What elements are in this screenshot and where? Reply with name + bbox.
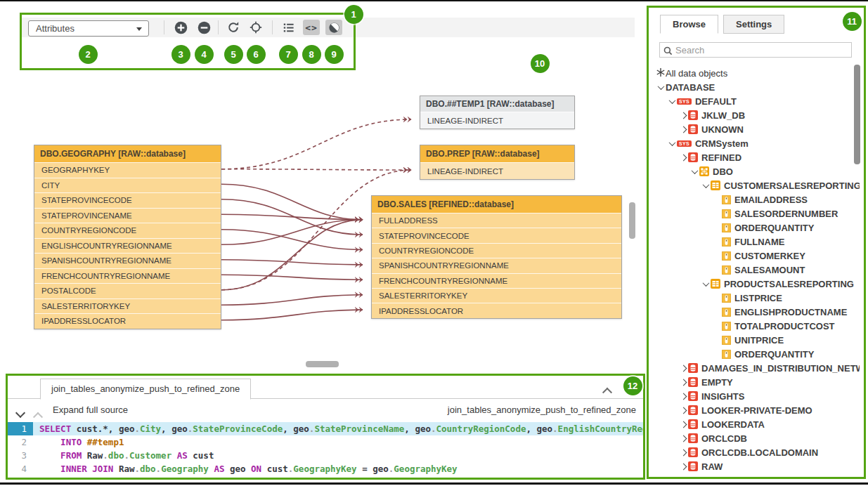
tree-item-unitprice[interactable]: UNITPRICE bbox=[649, 333, 860, 347]
tree-item-englishproductname[interactable]: ENGLISHPRODUCTNAME bbox=[649, 305, 860, 319]
tree-item-empty[interactable]: EMPTY bbox=[649, 375, 860, 389]
collapse-panel-icon[interactable] bbox=[604, 384, 611, 397]
tab-browse[interactable]: Browse bbox=[660, 15, 718, 34]
tree-item-damages-in-distribution-netw[interactable]: DAMAGES_IN_DISTRIBUTION_NETW bbox=[649, 361, 860, 375]
tree-item-orclcdb[interactable]: ORCLCDB bbox=[649, 431, 860, 445]
column-row[interactable]: SPANISHCOUNTRYREGIONNAME bbox=[372, 258, 621, 272]
chevron-right-icon[interactable] bbox=[680, 154, 687, 161]
column-row[interactable]: CITY bbox=[34, 178, 221, 193]
chevron-down-icon[interactable] bbox=[657, 83, 664, 90]
zoom-in-button[interactable] bbox=[172, 20, 189, 35]
column-row[interactable]: GEOGRAPHYKEY bbox=[34, 162, 221, 178]
chevron-up-icon[interactable] bbox=[34, 409, 41, 421]
tree-item-uknown[interactable]: UKNOWN bbox=[649, 122, 860, 136]
tree-item-crmsystem[interactable]: SYSCRMSystem bbox=[649, 136, 860, 150]
tree-item-customerkey[interactable]: CUSTOMERKEY bbox=[649, 249, 860, 263]
tree-item-emailaddress[interactable]: EMAILADDRESS bbox=[649, 192, 860, 206]
column-row[interactable]: STATEPROVINCECODE bbox=[372, 228, 621, 242]
column-row[interactable]: SPANISHCOUNTRYREGIONNAME bbox=[34, 253, 221, 268]
list-view-button[interactable] bbox=[280, 20, 297, 35]
column-row[interactable]: SALESTERRITORYKEY bbox=[372, 288, 621, 303]
node-title[interactable]: DBO.PREP [RAW::database] bbox=[420, 145, 574, 162]
tree-item-label: RAW bbox=[701, 461, 723, 472]
lineage-edge bbox=[221, 184, 363, 219]
chevron-right-icon[interactable] bbox=[657, 477, 664, 479]
tree-item-orderquantity[interactable]: ORDERQUANTITY bbox=[649, 347, 860, 361]
zoom-out-button[interactable] bbox=[195, 20, 212, 35]
column-row[interactable]: COUNTRYREGIONCODE bbox=[34, 223, 221, 238]
canvas-vertical-scrollbar[interactable] bbox=[629, 202, 635, 239]
chevron-right-icon[interactable] bbox=[680, 364, 687, 372]
tree-item-dbo[interactable]: DBO bbox=[649, 164, 860, 178]
tree-item-totalproductcost[interactable]: TOTALPRODUCTCOST bbox=[649, 319, 860, 333]
chevron-right-icon[interactable] bbox=[680, 112, 687, 119]
tree-item-infa[interactable]: INFA bbox=[649, 473, 860, 479]
chevron-down-icon[interactable] bbox=[668, 139, 675, 146]
sidebar-scrollbar[interactable] bbox=[854, 65, 860, 164]
graph-node-sales[interactable]: DBO.SALES [REFINED::database]FULLADDRESS… bbox=[371, 195, 622, 319]
graph-node-prep[interactable]: DBO.PREP [RAW::database]LINEAGE-INDIRECT bbox=[420, 145, 575, 180]
column-row[interactable]: COUNTRYREGIONCODE bbox=[372, 243, 621, 258]
chevron-right-icon[interactable] bbox=[680, 393, 687, 400]
column-row[interactable]: FRENCHCOUNTRYREGIONNAME bbox=[34, 268, 221, 284]
tab-settings[interactable]: Settings bbox=[723, 15, 784, 34]
column-row[interactable]: STATEPROVINCECODE bbox=[34, 192, 221, 208]
attributes-dropdown[interactable]: Attributes bbox=[28, 20, 149, 37]
code-line-1: 1SELECT cust.*, geo.City, geo.StateProvi… bbox=[8, 422, 643, 435]
column-row[interactable]: SALESTERRITORYKEY bbox=[34, 298, 221, 314]
column-row[interactable]: ENGLISHCOUNTRYREGIONNAME bbox=[34, 238, 221, 254]
tree-item-listprice[interactable]: LISTPRICE bbox=[649, 291, 860, 305]
graph-node-temp1[interactable]: DBO.##TEMP1 [RAW::database]LINEAGE-INDIR… bbox=[420, 96, 575, 129]
chevron-right-icon[interactable] bbox=[680, 407, 687, 414]
tree-item-orclcdb-localdomain[interactable]: ORCLCDB.LOCALDOMAIN bbox=[649, 445, 860, 459]
canvas-horizontal-scrollbar[interactable] bbox=[306, 361, 339, 367]
column-row[interactable]: FULLADDRESS bbox=[372, 213, 621, 228]
chevron-right-icon[interactable] bbox=[680, 126, 687, 133]
source-tab[interactable]: join_tables_anonymize_push_to_refined_zo… bbox=[40, 379, 251, 400]
column-row[interactable]: IPADDRESSLOCATOR bbox=[372, 303, 621, 317]
tree-item-default[interactable]: SYSDEFAULT bbox=[649, 94, 860, 108]
contrast-button[interactable] bbox=[325, 20, 342, 35]
expand-full-source-link[interactable]: Expand full source bbox=[53, 405, 128, 415]
chevron-down-icon[interactable] bbox=[17, 407, 24, 419]
tree-item-database[interactable]: DATABASE bbox=[649, 80, 860, 94]
node-title[interactable]: DBO.GEOGRAPHY [RAW::database] bbox=[34, 145, 221, 162]
chevron-down-icon[interactable] bbox=[668, 97, 675, 104]
tree-item-salesamount[interactable]: SALESAMOUNT bbox=[649, 263, 860, 277]
tree-item-insights[interactable]: INSIGHTS bbox=[649, 389, 860, 403]
code-view-button[interactable]: <> bbox=[303, 20, 320, 35]
tree-item-customersalesreporting[interactable]: CUSTOMERSALESREPORTING bbox=[649, 178, 860, 192]
chevron-right-icon[interactable] bbox=[680, 421, 687, 428]
chevron-right-icon[interactable] bbox=[680, 449, 687, 456]
column-row[interactable]: LINEAGE-INDIRECT bbox=[420, 162, 574, 179]
column-row[interactable]: LINEAGE-INDIRECT bbox=[420, 112, 574, 129]
column-row[interactable]: IPADDRESSLOCATOR bbox=[34, 313, 221, 329]
tree-item-orderquantity[interactable]: ORDERQUANTITY bbox=[649, 221, 860, 235]
tree-item-productsalesreporting[interactable]: PRODUCTSALESREPORTING bbox=[649, 277, 860, 291]
tree-item-lookerdata[interactable]: LOOKERDATA bbox=[649, 417, 860, 431]
chevron-down-icon[interactable] bbox=[702, 181, 709, 188]
search-input[interactable]: Search bbox=[659, 42, 852, 58]
sql-source-view[interactable]: 1SELECT cust.*, geo.City, geo.StateProvi… bbox=[8, 422, 643, 475]
graph-node-geography[interactable]: DBO.GEOGRAPHY [RAW::database]GEOGRAPHYKE… bbox=[34, 145, 221, 329]
refresh-button[interactable] bbox=[225, 20, 242, 35]
column-row[interactable]: POSTALCODE bbox=[34, 283, 221, 298]
tree-item-fullname[interactable]: FULLNAME bbox=[649, 235, 860, 249]
center-button[interactable] bbox=[247, 20, 264, 35]
tree-item-jklw-db[interactable]: JKLW_DB bbox=[649, 108, 860, 122]
node-title[interactable]: DBO.SALES [REFINED::database] bbox=[372, 196, 621, 213]
column-row[interactable]: FRENCHCOUNTRYREGIONNAME bbox=[372, 273, 621, 288]
chevron-right-icon[interactable] bbox=[680, 379, 687, 386]
tree-item-raw[interactable]: RAW bbox=[649, 459, 860, 473]
chevron-right-icon[interactable] bbox=[680, 463, 687, 470]
tree-item-looker-private-demo[interactable]: LOOKER-PRIVATE-DEMO bbox=[649, 403, 860, 417]
chevron-right-icon[interactable] bbox=[680, 435, 687, 442]
chevron-down-icon[interactable] bbox=[702, 280, 709, 287]
chevron-down-icon[interactable] bbox=[691, 167, 698, 174]
node-title[interactable]: DBO.##TEMP1 [RAW::database] bbox=[420, 96, 574, 112]
tree-item-refined[interactable]: REFINED bbox=[649, 150, 860, 164]
tree-item-salesordernumber[interactable]: SALESORDERNUMBER bbox=[649, 206, 860, 221]
tree-item-all-data-objects[interactable]: All data objects bbox=[649, 66, 860, 80]
column-row[interactable]: STATEPROVINCENAME bbox=[34, 208, 221, 223]
lineage-edge bbox=[221, 295, 363, 306]
